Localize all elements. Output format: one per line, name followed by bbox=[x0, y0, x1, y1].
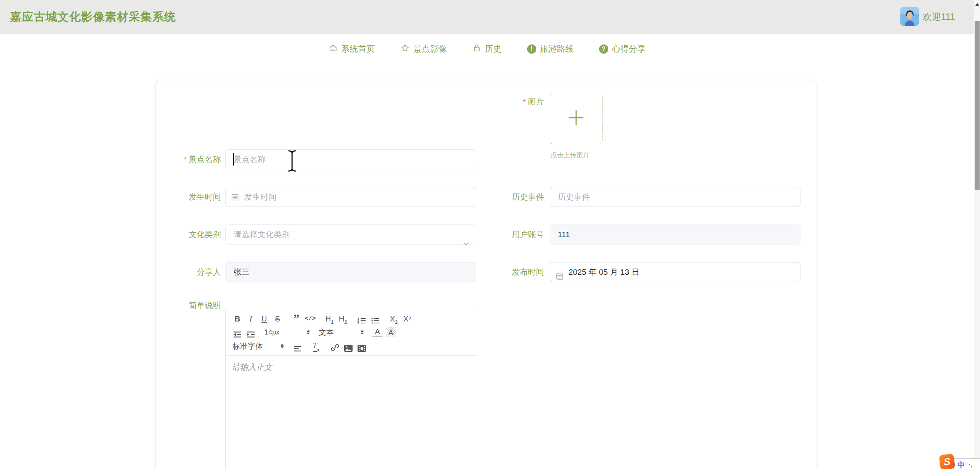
bold-button[interactable]: B bbox=[232, 313, 242, 324]
occur-time-input[interactable] bbox=[225, 187, 476, 207]
insert-video-icon[interactable] bbox=[357, 340, 367, 352]
page-title: 嘉应古城文化影像素材采集系统 bbox=[10, 0, 176, 34]
main-nav: 系统首页 景点影像 历史 ! 旅游路线 ? 心得分享 bbox=[0, 34, 974, 64]
publish-time-value: 2025 年 05 月 13 日 bbox=[568, 267, 640, 276]
select-placeholder: 请选择文化类别 bbox=[234, 230, 290, 239]
history-event-input[interactable] bbox=[550, 187, 800, 207]
ime-logo[interactable]: S bbox=[939, 454, 955, 469]
sharer-input[interactable] bbox=[225, 262, 476, 282]
scrollbar-thumb[interactable] bbox=[975, 21, 980, 190]
publish-time-input[interactable]: 2025 年 05 月 13 日 bbox=[550, 262, 800, 282]
nav-item-routes[interactable]: ! 旅游路线 bbox=[527, 43, 574, 55]
history-event-label: 历史事件 bbox=[481, 187, 544, 207]
image-label: *图片 bbox=[479, 92, 544, 112]
spot-name-input[interactable] bbox=[225, 149, 476, 169]
highlight-color-button[interactable]: A bbox=[386, 327, 396, 337]
publish-time-label: 发布时间 bbox=[481, 262, 544, 282]
code-block-button[interactable]: </> bbox=[305, 313, 316, 324]
app-header: 嘉应古城文化影像素材采集系统 欢迎111 bbox=[0, 0, 980, 34]
superscript-button[interactable]: X2 bbox=[402, 313, 412, 324]
header-format-picker[interactable]: 文本 bbox=[318, 327, 364, 338]
required-asterisk: * bbox=[184, 155, 187, 164]
bullet-list-icon[interactable] bbox=[370, 313, 380, 324]
user-account-input[interactable] bbox=[550, 225, 800, 244]
nav-label: 旅游路线 bbox=[540, 43, 574, 55]
chevron-down-icon bbox=[463, 233, 469, 253]
culture-category-label: 文化类别 bbox=[156, 225, 221, 244]
insert-image-icon[interactable] bbox=[343, 340, 353, 352]
nav-item-sharing[interactable]: ? 心得分享 bbox=[599, 43, 646, 55]
blockquote-button[interactable]: ” bbox=[291, 313, 301, 324]
heading1-button[interactable]: H1 bbox=[325, 313, 335, 324]
text-caret bbox=[233, 153, 234, 166]
sharer-label: 分享人 bbox=[156, 262, 221, 282]
ibeam-cursor bbox=[286, 149, 298, 174]
occur-time-label: 发生时间 bbox=[156, 187, 221, 207]
rich-text-editor: B I U S ” </> H1 H2 1 2 3 bbox=[225, 309, 476, 469]
avatar[interactable] bbox=[900, 7, 919, 26]
required-asterisk: * bbox=[523, 97, 526, 106]
question-circle-icon: ? bbox=[599, 44, 608, 54]
user-account-label: 用户账号 bbox=[481, 225, 544, 244]
form-card: *图片 点击上传图片 *景点名称 发生时间 历史事件 文化类别 请选择文化类别 bbox=[155, 81, 817, 469]
star-icon bbox=[400, 43, 410, 55]
spot-name-label: *景点名称 bbox=[156, 149, 221, 169]
updown-arrows-icon bbox=[281, 344, 284, 348]
ordered-list-icon[interactable]: 1 2 3 bbox=[357, 313, 367, 324]
updown-arrows-icon bbox=[307, 330, 310, 335]
subscript-button[interactable]: X2 bbox=[389, 313, 399, 324]
upload-hint-link[interactable]: 点击上传图片 bbox=[550, 151, 590, 159]
link-icon[interactable] bbox=[330, 340, 340, 352]
outdent-icon[interactable] bbox=[232, 326, 242, 338]
strikethrough-button[interactable]: S bbox=[273, 313, 283, 324]
editor-body[interactable]: 请输入正文 bbox=[226, 356, 476, 379]
nav-item-home[interactable]: 系统首页 bbox=[328, 43, 375, 55]
indent-icon[interactable] bbox=[246, 326, 256, 338]
ime-punctuation-toggle[interactable]: ·, bbox=[969, 461, 973, 468]
welcome-user[interactable]: 欢迎111 bbox=[923, 0, 955, 34]
font-family-picker[interactable]: 标准字体 bbox=[232, 341, 284, 351]
nav-item-scenic-images[interactable]: 景点影像 bbox=[400, 43, 447, 55]
clear-format-button[interactable]: Tx bbox=[311, 340, 321, 352]
nav-label: 心得分享 bbox=[612, 43, 646, 55]
align-icon[interactable] bbox=[292, 340, 302, 352]
font-color-button[interactable]: A bbox=[372, 327, 382, 337]
nav-label: 景点影像 bbox=[413, 43, 447, 55]
italic-button[interactable]: I bbox=[246, 313, 256, 324]
ime-mode-toggle[interactable]: 中 bbox=[957, 460, 965, 469]
svg-text:3: 3 bbox=[358, 322, 359, 324]
editor-placeholder: 请输入正文 bbox=[232, 362, 272, 371]
nav-label: 历史 bbox=[485, 43, 502, 55]
updown-arrows-icon bbox=[361, 330, 364, 335]
lock-icon bbox=[472, 43, 481, 55]
nav-label: 系统首页 bbox=[341, 43, 375, 55]
calendar-icon bbox=[555, 268, 564, 287]
home-icon bbox=[328, 43, 338, 55]
plus-icon bbox=[567, 109, 585, 128]
description-label: 简单说明 bbox=[156, 300, 221, 311]
nav-item-history[interactable]: 历史 bbox=[472, 43, 502, 55]
ime-statusbar[interactable]: 中 ·, bbox=[953, 458, 980, 469]
heading2-button[interactable]: H2 bbox=[338, 313, 348, 324]
editor-toolbar: B I U S ” </> H1 H2 1 2 3 bbox=[226, 309, 476, 356]
scrollbar-up-arrow[interactable] bbox=[975, 3, 979, 6]
image-upload-dropzone[interactable] bbox=[550, 93, 603, 144]
underline-button[interactable]: U bbox=[259, 313, 269, 324]
exclamation-circle-icon: ! bbox=[527, 44, 536, 54]
culture-category-select[interactable]: 请选择文化类别 bbox=[225, 225, 476, 244]
font-size-picker[interactable]: 14px bbox=[265, 328, 310, 336]
